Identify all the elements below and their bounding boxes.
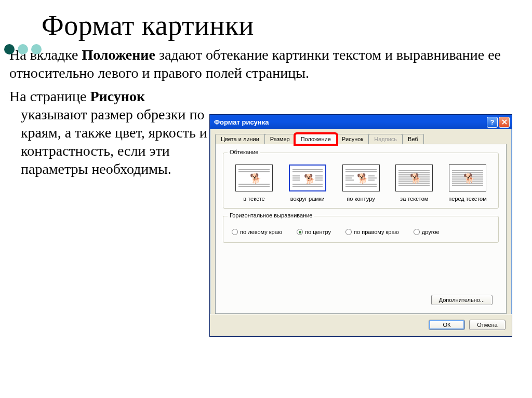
radio-label-left: по левому краю [240,229,282,235]
wrap-label-behind: за текстом [391,196,437,202]
para2-bold: Рисунок [90,88,145,104]
radio-label-other: другое [422,229,440,235]
tabs-row: Цвета и линии Размер Положение Рисунок Н… [210,129,512,144]
dog-icon: 🐕 [357,174,368,183]
radio-icon [297,229,303,235]
radio-label-right: по правому краю [354,229,399,235]
wrap-thumb-tight: 🐕 [342,164,380,191]
wrap-thumb-front: 🐕 [449,164,486,191]
group-halign-label: Горизонтальное выравнивание [228,212,314,218]
group-horizontal-alignment: Горизонтальное выравнивание по левому кр… [223,216,499,243]
wrap-option-front[interactable]: 🐕 перед текстом [444,164,491,202]
tab-picture[interactable]: Рисунок [336,134,369,144]
wrap-option-tight[interactable]: 🐕 по контуру [338,164,384,202]
radio-icon [414,229,420,235]
wrap-option-square[interactable]: 🐕 вокруг рамки [284,164,331,202]
para2-pre: На странице [9,88,90,104]
close-button[interactable] [499,117,510,128]
format-picture-dialog: Формат рисунка ? Цвета и линии Размер По… [209,114,512,337]
advanced-button[interactable]: Дополнительно... [431,295,493,305]
slide-title: Формат картинки [42,9,532,42]
dog-icon: 🐕 [250,174,261,183]
tab-web[interactable]: Веб [402,134,424,144]
dialog-title: Формат рисунка [214,118,269,126]
radio-icon [345,229,352,235]
wrap-label-tight: по контуру [338,196,384,202]
halign-radio-row: по левому краю по центру по правому краю… [229,226,493,236]
dog-icon: 🐕 [304,174,315,184]
decorative-dots [4,44,45,57]
wrap-thumb-square: 🐕 [289,164,326,191]
dog-icon: 🐕 [410,174,421,183]
close-icon [502,119,507,125]
radio-align-right[interactable]: по правому краю [345,229,399,235]
cancel-button[interactable]: Отмена [469,320,506,330]
wrap-option-inline[interactable]: 🐕 в тексте [231,164,277,202]
ok-button[interactable]: ОК [429,320,465,330]
help-button[interactable]: ? [487,117,498,128]
paragraph-2: На странице Рисунок указывают размер обр… [9,87,217,178]
wrap-label-square: вокруг рамки [284,196,331,202]
tab-position[interactable]: Положение [295,134,337,144]
radio-align-other[interactable]: другое [414,229,440,235]
radio-icon [232,229,238,235]
wrap-options: 🐕 в тексте 🐕 [229,162,493,202]
para1-bold: Положение [82,47,155,63]
dialog-bottom-buttons: ОК Отмена [210,314,512,336]
wrap-thumb-behind: 🐕 [395,164,433,191]
dialog-titlebar[interactable]: Формат рисунка ? [210,115,512,129]
tab-panel-position: Обтекание 🐕 в тексте [215,144,507,314]
paragraph-1: На вкладке Положение задают обтекание ка… [9,46,523,82]
radio-label-center: по центру [305,229,331,235]
radio-align-left[interactable]: по левому краю [232,229,282,235]
dog-icon: 🐕 [463,174,475,183]
wrap-option-behind[interactable]: 🐕 за текстом [391,164,437,202]
radio-align-center[interactable]: по центру [297,229,331,235]
tab-textbox: Надпись [368,134,403,144]
tab-colors-lines[interactable]: Цвета и линии [215,134,265,144]
wrap-thumb-inline: 🐕 [235,164,273,191]
wrap-label-front: перед текстом [444,196,491,202]
group-wrapping: Обтекание 🐕 в тексте [223,153,499,209]
tab-size[interactable]: Размер [264,134,296,144]
wrap-label-inline: в тексте [231,196,277,202]
group-wrapping-label: Обтекание [228,149,260,155]
para2-post: указывают размер обрезки по краям, а так… [9,105,217,178]
